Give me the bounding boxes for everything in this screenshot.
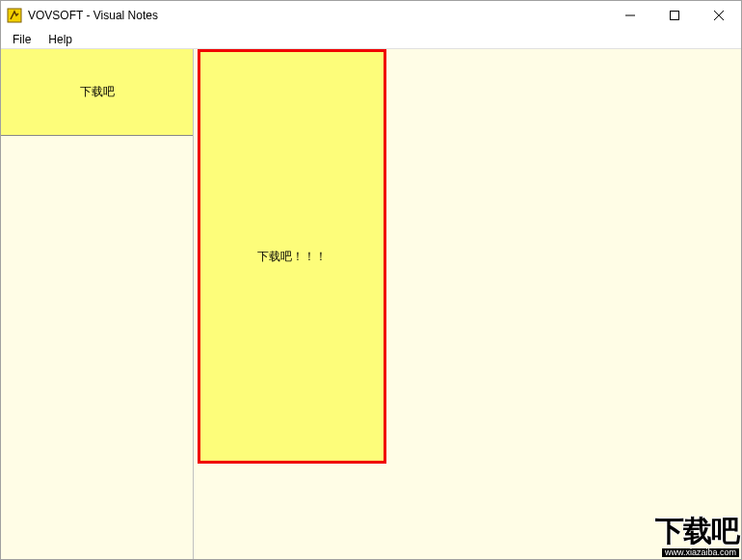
notes-sidebar: 下载吧	[1, 49, 194, 559]
titlebar: VOVSOFT - Visual Notes	[1, 1, 741, 30]
note-thumbnail-label: 下载吧	[80, 84, 115, 100]
menu-help[interactable]: Help	[40, 31, 80, 48]
sticky-note-text: 下载吧！！！	[257, 249, 327, 265]
workspace: 下载吧 下载吧！！！	[1, 49, 741, 559]
app-window: VOVSOFT - Visual Notes File Help 下载吧 下载吧…	[0, 0, 742, 560]
close-button[interactable]	[697, 1, 741, 30]
canvas[interactable]: 下载吧！！！	[194, 49, 741, 559]
svg-rect-2	[671, 12, 679, 20]
window-controls	[608, 1, 741, 30]
note-thumbnail[interactable]: 下载吧	[1, 49, 193, 136]
window-title: VOVSOFT - Visual Notes	[28, 9, 608, 22]
menubar: File Help	[1, 30, 741, 49]
menu-file[interactable]: File	[5, 31, 39, 48]
sticky-note[interactable]: 下载吧！！！	[198, 49, 386, 464]
app-icon	[7, 8, 22, 23]
minimize-button[interactable]	[608, 1, 652, 30]
maximize-button[interactable]	[652, 1, 697, 30]
